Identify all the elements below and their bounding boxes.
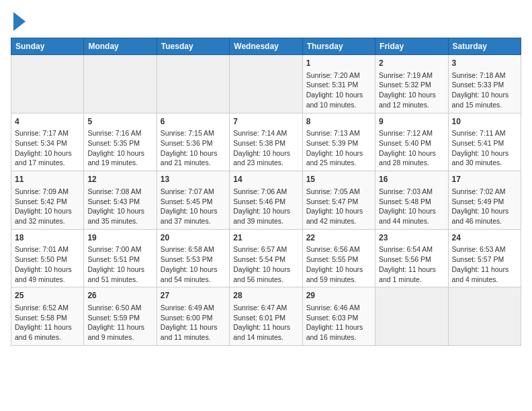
day-cell: 19Sunrise: 7:00 AM Sunset: 5:51 PM Dayli… (84, 229, 157, 287)
day-info: Sunrise: 6:46 AM Sunset: 6:03 PM Dayligh… (306, 303, 371, 342)
day-cell: 16Sunrise: 7:03 AM Sunset: 5:48 PM Dayli… (375, 171, 448, 230)
day-info: Sunrise: 7:14 AM Sunset: 5:38 PM Dayligh… (233, 128, 298, 168)
day-number: 11 (15, 174, 80, 185)
day-number: 5 (87, 116, 152, 128)
day-info: Sunrise: 7:19 AM Sunset: 5:32 PM Dayligh… (379, 71, 444, 110)
day-number: 10 (452, 116, 517, 128)
day-cell: 24Sunrise: 6:53 AM Sunset: 5:57 PM Dayli… (448, 229, 521, 287)
day-number: 14 (233, 174, 298, 185)
day-info: Sunrise: 6:49 AM Sunset: 6:00 PM Dayligh… (161, 303, 226, 342)
header-row: SundayMondayTuesdayWednesdayThursdayFrid… (11, 38, 521, 55)
day-cell: 2Sunrise: 7:19 AM Sunset: 5:32 PM Daylig… (375, 55, 448, 113)
column-header-friday: Friday (375, 38, 448, 55)
day-info: Sunrise: 7:07 AM Sunset: 5:45 PM Dayligh… (161, 187, 226, 226)
day-info: Sunrise: 6:58 AM Sunset: 5:53 PM Dayligh… (161, 244, 226, 284)
day-cell: 11Sunrise: 7:09 AM Sunset: 5:42 PM Dayli… (11, 171, 84, 230)
day-info: Sunrise: 7:08 AM Sunset: 5:43 PM Dayligh… (87, 187, 152, 226)
column-header-sunday: Sunday (11, 38, 84, 55)
day-number: 12 (87, 174, 152, 185)
day-cell: 8Sunrise: 7:13 AM Sunset: 5:39 PM Daylig… (302, 113, 375, 171)
day-info: Sunrise: 7:00 AM Sunset: 5:51 PM Dayligh… (87, 244, 152, 284)
day-cell: 28Sunrise: 6:47 AM Sunset: 6:01 PM Dayli… (230, 287, 302, 346)
day-number: 25 (15, 290, 80, 302)
day-cell: 10Sunrise: 7:11 AM Sunset: 5:41 PM Dayli… (448, 113, 521, 171)
week-row-3: 11Sunrise: 7:09 AM Sunset: 5:42 PM Dayli… (11, 171, 521, 230)
day-cell (448, 287, 521, 346)
day-info: Sunrise: 7:16 AM Sunset: 5:35 PM Dayligh… (87, 128, 152, 168)
day-info: Sunrise: 7:01 AM Sunset: 5:50 PM Dayligh… (15, 244, 80, 284)
day-info: Sunrise: 7:13 AM Sunset: 5:39 PM Dayligh… (306, 128, 371, 168)
page-header (11, 11, 521, 31)
logo (11, 11, 26, 31)
day-info: Sunrise: 7:11 AM Sunset: 5:41 PM Dayligh… (452, 128, 517, 168)
day-cell: 15Sunrise: 7:05 AM Sunset: 5:47 PM Dayli… (302, 171, 375, 230)
day-info: Sunrise: 7:18 AM Sunset: 5:33 PM Dayligh… (452, 71, 517, 110)
column-header-wednesday: Wednesday (230, 38, 302, 55)
day-number: 16 (379, 174, 444, 185)
day-info: Sunrise: 6:50 AM Sunset: 5:59 PM Dayligh… (87, 303, 152, 342)
day-number: 4 (15, 116, 80, 128)
day-number: 24 (452, 232, 517, 244)
day-cell: 4Sunrise: 7:17 AM Sunset: 5:34 PM Daylig… (11, 113, 84, 171)
day-cell: 29Sunrise: 6:46 AM Sunset: 6:03 PM Dayli… (302, 287, 375, 346)
week-row-2: 4Sunrise: 7:17 AM Sunset: 5:34 PM Daylig… (11, 113, 521, 171)
day-cell: 13Sunrise: 7:07 AM Sunset: 5:45 PM Dayli… (157, 171, 229, 230)
column-header-monday: Monday (84, 38, 157, 55)
day-cell: 1Sunrise: 7:20 AM Sunset: 5:31 PM Daylig… (302, 55, 375, 113)
day-number: 29 (306, 290, 371, 302)
day-cell (84, 55, 157, 113)
day-cell: 18Sunrise: 7:01 AM Sunset: 5:50 PM Dayli… (11, 229, 84, 287)
calendar-body: 1Sunrise: 7:20 AM Sunset: 5:31 PM Daylig… (11, 55, 521, 346)
column-header-saturday: Saturday (448, 38, 521, 55)
day-number: 18 (15, 232, 80, 244)
day-cell (230, 55, 302, 113)
day-cell: 12Sunrise: 7:08 AM Sunset: 5:43 PM Dayli… (84, 171, 157, 230)
day-cell (11, 55, 84, 113)
day-number: 20 (161, 232, 226, 244)
day-cell: 3Sunrise: 7:18 AM Sunset: 5:33 PM Daylig… (448, 55, 521, 113)
day-info: Sunrise: 7:05 AM Sunset: 5:47 PM Dayligh… (306, 187, 371, 226)
day-info: Sunrise: 6:52 AM Sunset: 5:58 PM Dayligh… (15, 303, 80, 342)
day-number: 19 (87, 232, 152, 244)
day-cell: 14Sunrise: 7:06 AM Sunset: 5:46 PM Dayli… (230, 171, 302, 230)
week-row-1: 1Sunrise: 7:20 AM Sunset: 5:31 PM Daylig… (11, 55, 521, 113)
day-cell: 5Sunrise: 7:16 AM Sunset: 5:35 PM Daylig… (84, 113, 157, 171)
day-cell: 27Sunrise: 6:49 AM Sunset: 6:00 PM Dayli… (157, 287, 229, 346)
day-cell: 25Sunrise: 6:52 AM Sunset: 5:58 PM Dayli… (11, 287, 84, 346)
day-number: 28 (233, 290, 298, 302)
day-info: Sunrise: 7:03 AM Sunset: 5:48 PM Dayligh… (379, 187, 444, 226)
column-header-tuesday: Tuesday (157, 38, 229, 55)
day-number: 7 (233, 116, 298, 128)
calendar-table: SundayMondayTuesdayWednesdayThursdayFrid… (11, 38, 521, 346)
day-number: 22 (306, 232, 371, 244)
day-info: Sunrise: 6:53 AM Sunset: 5:57 PM Dayligh… (452, 244, 517, 284)
day-info: Sunrise: 7:12 AM Sunset: 5:40 PM Dayligh… (379, 128, 444, 168)
day-number: 8 (306, 116, 371, 128)
day-number: 26 (87, 290, 152, 302)
day-number: 15 (306, 174, 371, 185)
day-cell: 6Sunrise: 7:15 AM Sunset: 5:36 PM Daylig… (157, 113, 229, 171)
day-info: Sunrise: 7:06 AM Sunset: 5:46 PM Dayligh… (233, 187, 298, 226)
calendar-header: SundayMondayTuesdayWednesdayThursdayFrid… (11, 38, 521, 55)
day-cell: 26Sunrise: 6:50 AM Sunset: 5:59 PM Dayli… (84, 287, 157, 346)
day-info: Sunrise: 6:47 AM Sunset: 6:01 PM Dayligh… (233, 303, 298, 342)
day-number: 23 (379, 232, 444, 244)
day-info: Sunrise: 7:20 AM Sunset: 5:31 PM Dayligh… (306, 71, 371, 110)
day-number: 13 (161, 174, 226, 185)
day-cell: 20Sunrise: 6:58 AM Sunset: 5:53 PM Dayli… (157, 229, 229, 287)
day-info: Sunrise: 6:56 AM Sunset: 5:55 PM Dayligh… (306, 244, 371, 284)
day-cell: 23Sunrise: 6:54 AM Sunset: 5:56 PM Dayli… (375, 229, 448, 287)
day-info: Sunrise: 7:17 AM Sunset: 5:34 PM Dayligh… (15, 128, 80, 168)
day-cell (375, 287, 448, 346)
week-row-4: 18Sunrise: 7:01 AM Sunset: 5:50 PM Dayli… (11, 229, 521, 287)
day-cell: 17Sunrise: 7:02 AM Sunset: 5:49 PM Dayli… (448, 171, 521, 230)
day-info: Sunrise: 7:15 AM Sunset: 5:36 PM Dayligh… (161, 128, 226, 168)
day-info: Sunrise: 6:54 AM Sunset: 5:56 PM Dayligh… (379, 244, 444, 284)
day-cell: 21Sunrise: 6:57 AM Sunset: 5:54 PM Dayli… (230, 229, 302, 287)
day-number: 17 (452, 174, 517, 185)
day-number: 9 (379, 116, 444, 128)
day-cell (157, 55, 229, 113)
day-info: Sunrise: 7:02 AM Sunset: 5:49 PM Dayligh… (452, 187, 517, 226)
day-cell: 9Sunrise: 7:12 AM Sunset: 5:40 PM Daylig… (375, 113, 448, 171)
week-row-5: 25Sunrise: 6:52 AM Sunset: 5:58 PM Dayli… (11, 287, 521, 346)
